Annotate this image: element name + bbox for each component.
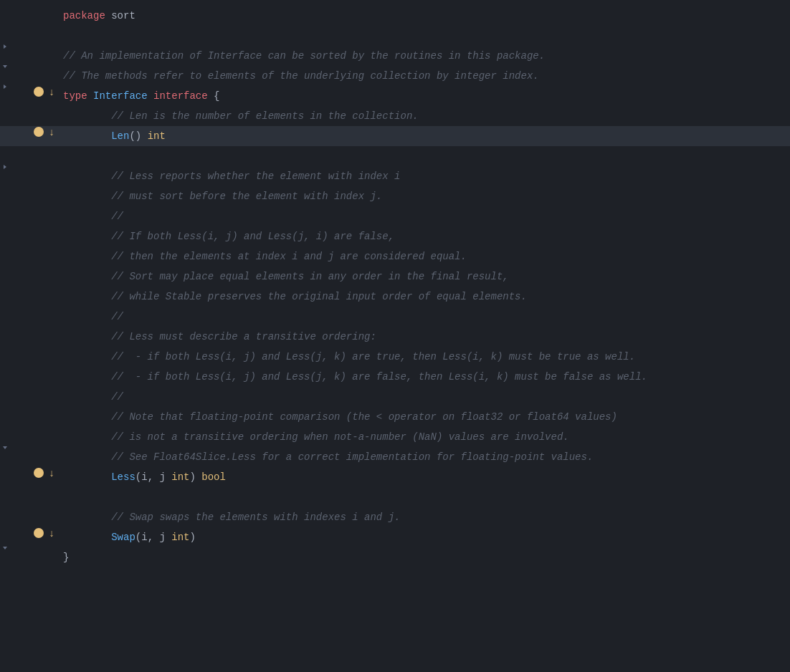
comment: // If both Less(i, j) and Less(j, i) are… bbox=[63, 231, 394, 242]
code-content: // An implementation of Interface can be… bbox=[57, 47, 790, 65]
keyword: package bbox=[63, 10, 105, 21]
code-line bbox=[0, 26, 790, 46]
arrow-area: ↓ bbox=[46, 528, 57, 539]
fold-icon[interactable] bbox=[1, 83, 9, 90]
comment: // Less reports whether the element with… bbox=[63, 171, 400, 182]
fold-icon[interactable] bbox=[1, 63, 9, 70]
ident bbox=[63, 532, 111, 543]
svg-marker-4 bbox=[3, 446, 7, 449]
breakpoint-area bbox=[32, 528, 46, 538]
code-content: // Len is the number of elements in the … bbox=[57, 107, 790, 125]
type-keyword: int bbox=[171, 471, 189, 483]
breakpoint-marker[interactable] bbox=[34, 127, 44, 137]
comment: // Note that floating-point comparison (… bbox=[63, 411, 617, 423]
code-content: // The methods refer to elements of the … bbox=[57, 67, 790, 85]
code-line: // then the elements at index i and j ar… bbox=[0, 246, 790, 267]
code-line: // - if both Less(i, j) and Less(j, k) a… bbox=[0, 347, 790, 367]
code-content: Len() int bbox=[57, 127, 790, 145]
comment: // Less must describe a transitive order… bbox=[63, 331, 376, 342]
fold-icon[interactable] bbox=[1, 444, 9, 451]
param: i bbox=[141, 471, 147, 483]
comment: // The methods refer to elements of the … bbox=[63, 70, 539, 82]
keyword: interface bbox=[153, 90, 208, 102]
breakpoint-marker[interactable] bbox=[34, 468, 44, 478]
ident bbox=[63, 471, 111, 483]
code-line: // If both Less(i, j) and Less(j, i) are… bbox=[0, 226, 790, 246]
code-line: // The methods refer to elements of the … bbox=[0, 66, 790, 86]
code-line: ↓ Swap(i, j int) bbox=[0, 527, 790, 547]
ident bbox=[166, 471, 171, 483]
code-editor: package sort // An implementation of Int… bbox=[0, 0, 790, 672]
code-line: // - if both Less(i, j) and Less(j, k) a… bbox=[0, 367, 790, 387]
code-line: // Len is the number of elements in the … bbox=[0, 106, 790, 126]
code-content bbox=[57, 488, 790, 507]
comment: // is not a transitive ordering when not… bbox=[63, 431, 569, 443]
code-content: Swap(i, j int) bbox=[57, 528, 790, 547]
code-line: // Note that floating-point comparison (… bbox=[0, 407, 790, 427]
code-content: // Less reports whether the element with… bbox=[57, 167, 790, 186]
comment: // bbox=[63, 211, 123, 222]
code-line: ↓ Len() int bbox=[0, 126, 790, 146]
comment: // then the elements at index i and j ar… bbox=[63, 251, 467, 262]
ident bbox=[141, 130, 147, 142]
code-line: // bbox=[0, 206, 790, 226]
code-content: // If both Less(i, j) and Less(j, i) are… bbox=[57, 227, 790, 246]
svg-marker-5 bbox=[3, 547, 7, 549]
code-content: } bbox=[57, 548, 790, 567]
code-line: // Less must describe a transitive order… bbox=[0, 327, 790, 347]
punct: ( bbox=[135, 532, 141, 543]
code-line: // while Stable preserves the original i… bbox=[0, 287, 790, 307]
code-content: package sort bbox=[57, 6, 790, 25]
comment: // - if both Less(i, j) and Less(j, k) a… bbox=[63, 351, 635, 363]
fold-icon[interactable] bbox=[1, 544, 9, 552]
comment: // Swap swaps the elements with indexes … bbox=[63, 512, 400, 523]
keyword: type bbox=[63, 90, 87, 102]
code-content: // See Float64Slice.Less for a correct i… bbox=[57, 448, 790, 466]
code-line: } bbox=[0, 547, 790, 567]
func-name: Less bbox=[111, 471, 135, 483]
code-content bbox=[57, 147, 790, 165]
ident bbox=[148, 90, 153, 102]
punct: ( bbox=[135, 471, 141, 483]
ident bbox=[63, 130, 111, 142]
code-line: // is not a transitive ordering when not… bbox=[0, 427, 790, 447]
fold-icon[interactable] bbox=[1, 43, 9, 50]
punct: ) bbox=[189, 471, 195, 483]
code-line: // Less reports whether the element with… bbox=[0, 166, 790, 186]
code-content: // while Stable preserves the original i… bbox=[57, 287, 790, 306]
comment: // - if both Less(i, j) and Less(j, k) a… bbox=[63, 371, 647, 383]
code-content: type Interface interface { bbox=[57, 87, 790, 105]
comment: // Len is the number of elements in the … bbox=[63, 110, 419, 122]
comment: // must sort before the element with ind… bbox=[63, 191, 382, 202]
arrow-area: ↓ bbox=[46, 87, 57, 98]
breakpoint-area bbox=[32, 87, 46, 97]
ident: sort bbox=[105, 10, 135, 21]
svg-marker-2 bbox=[4, 85, 6, 89]
debug-arrow: ↓ bbox=[49, 127, 54, 138]
code-content: // Less must describe a transitive order… bbox=[57, 327, 790, 346]
code-content bbox=[57, 27, 790, 45]
ident bbox=[166, 532, 171, 543]
code-line: ↓ Less(i, j int) bool bbox=[0, 467, 790, 487]
code-line: // See Float64Slice.Less for a correct i… bbox=[0, 447, 790, 467]
code-content: // must sort before the element with ind… bbox=[57, 187, 790, 206]
code-line: // Sort may place equal elements in any … bbox=[0, 267, 790, 287]
ident bbox=[87, 90, 93, 102]
code-line: // must sort before the element with ind… bbox=[0, 186, 790, 206]
punct: , bbox=[148, 471, 153, 483]
punct: ) bbox=[189, 532, 195, 543]
comment: // bbox=[63, 311, 123, 322]
code-line: package sort bbox=[0, 6, 790, 26]
breakpoint-marker[interactable] bbox=[34, 528, 44, 538]
type-keyword: int bbox=[171, 532, 189, 543]
breakpoint-marker[interactable] bbox=[34, 87, 44, 97]
comment: // An implementation of Interface can be… bbox=[63, 50, 545, 62]
fold-icon[interactable] bbox=[1, 163, 9, 171]
param: j bbox=[159, 532, 165, 543]
svg-marker-3 bbox=[4, 165, 6, 169]
punct: , bbox=[148, 532, 153, 543]
code-content: // is not a transitive ordering when not… bbox=[57, 428, 790, 446]
comment: // bbox=[63, 391, 123, 403]
func-name: Swap bbox=[111, 532, 135, 543]
code-content: // - if both Less(i, j) and Less(j, k) a… bbox=[57, 368, 790, 386]
